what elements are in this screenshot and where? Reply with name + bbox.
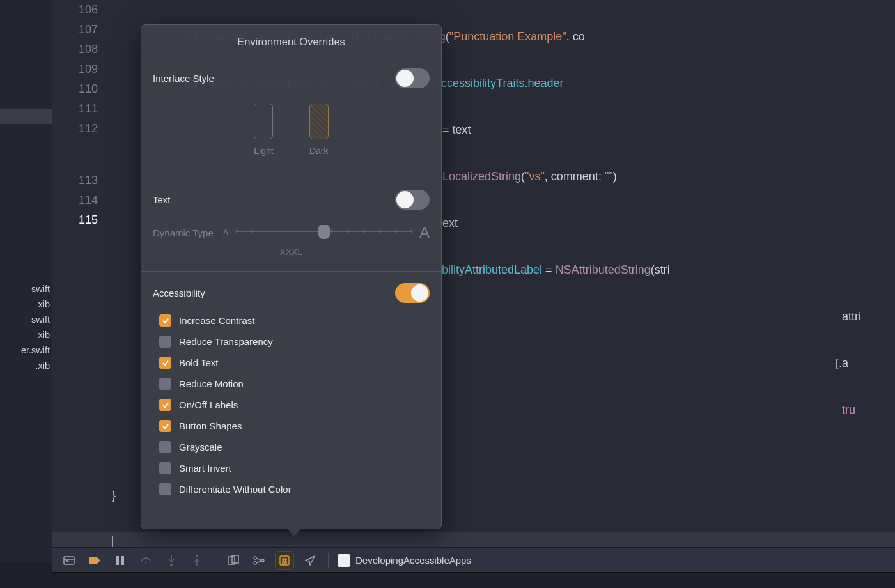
text-section: Text Dynamic Type A A XXXL [141, 178, 441, 272]
file-item[interactable]: swift [0, 312, 52, 327]
accessibility-section: Accessibility Increase ContrastReduce Tr… [141, 272, 441, 509]
interface-style-section: Interface Style Light Dark [141, 57, 441, 178]
option-label: Reduce Motion [179, 378, 244, 389]
accessibility-option[interactable]: Increase Contrast [159, 314, 430, 327]
small-text-icon: A [223, 228, 228, 237]
checkbox[interactable] [159, 336, 171, 348]
breakpoint-icon[interactable] [86, 552, 104, 569]
environment-overrides-popover: Environment Overrides Interface Style Li… [141, 24, 442, 529]
option-label: Button Shapes [179, 421, 242, 431]
svg-point-7 [254, 557, 256, 559]
file-list[interactable]: swift xib swift xib er.swift .xib [0, 281, 52, 373]
interface-style-toggle[interactable] [395, 68, 430, 88]
accessibility-option[interactable]: On/Off Labels [159, 399, 430, 411]
navigator-selection [0, 109, 52, 124]
view-debugger-icon[interactable] [224, 552, 242, 569]
checkbox[interactable] [159, 378, 171, 390]
checkbox[interactable] [159, 420, 171, 432]
text-toggle[interactable] [395, 190, 430, 210]
file-item[interactable]: .xib [0, 358, 52, 373]
debug-target-chip[interactable]: DevelopingAccessibleApps [338, 554, 471, 567]
svg-rect-0 [64, 557, 74, 564]
option-label: Differentiate Without Color [179, 484, 292, 495]
accessibility-toggle[interactable] [395, 283, 430, 303]
accessibility-option[interactable]: Reduce Transparency [159, 336, 430, 348]
option-label: Reduce Transparency [179, 336, 273, 347]
accessibility-option[interactable]: Bold Text [159, 357, 430, 369]
dynamic-type-slider[interactable] [236, 224, 412, 241]
popover-title: Environment Overrides [141, 25, 441, 57]
svg-point-3 [171, 564, 172, 565]
step-over-icon[interactable] [137, 552, 155, 569]
accessibility-option[interactable]: Button Shapes [159, 420, 430, 432]
slider-thumb[interactable] [318, 225, 330, 239]
checkbox[interactable] [159, 399, 171, 411]
dynamic-type-label: Dynamic Type [153, 228, 215, 238]
svg-point-12 [285, 558, 287, 560]
file-item[interactable]: xib [0, 297, 52, 312]
phone-light-icon [254, 104, 273, 139]
debug-bar: DevelopingAccessibleApps [52, 547, 895, 573]
text-label: Text [153, 194, 171, 205]
checkbox[interactable] [159, 483, 171, 495]
option-label: Bold Text [179, 357, 218, 368]
file-item[interactable]: swift [0, 281, 52, 297]
pause-icon[interactable] [111, 552, 129, 569]
svg-rect-10 [280, 556, 289, 565]
dynamic-type-value: XXXL [153, 247, 430, 257]
large-text-icon: A [419, 224, 430, 242]
location-icon[interactable] [301, 552, 319, 569]
project-navigator[interactable]: swift xib swift xib er.swift .xib [0, 0, 52, 562]
svg-point-11 [283, 558, 284, 560]
svg-rect-2 [121, 556, 124, 565]
accessibility-option[interactable]: Grayscale [159, 441, 430, 453]
app-icon [338, 554, 350, 567]
option-label: Grayscale [179, 442, 222, 453]
checkbox[interactable] [159, 462, 171, 474]
appearance-light-option[interactable]: Light [254, 104, 273, 156]
interface-style-label: Interface Style [153, 73, 214, 84]
svg-point-9 [261, 559, 264, 562]
environment-overrides-icon[interactable] [276, 552, 293, 569]
line-gutter: 106 107 108 109 110 111 112 113 114 115 [52, 0, 107, 230]
svg-rect-1 [116, 556, 119, 565]
step-into-icon[interactable] [162, 552, 180, 569]
checkbox[interactable] [159, 441, 171, 453]
console-drawer-icon[interactable] [60, 552, 78, 569]
accessibility-label: Accessibility [153, 288, 205, 298]
checkbox[interactable] [159, 314, 171, 327]
file-item[interactable]: xib [0, 327, 52, 343]
option-label: Smart Invert [179, 463, 231, 474]
accessibility-option[interactable]: Differentiate Without Color [159, 483, 430, 495]
accessibility-option[interactable]: Reduce Motion [159, 378, 430, 390]
svg-point-8 [254, 562, 256, 564]
checkbox[interactable] [159, 357, 171, 369]
appearance-dark-option[interactable]: Dark [309, 104, 329, 156]
file-item[interactable]: er.swift [0, 343, 52, 358]
accessibility-option[interactable]: Smart Invert [159, 462, 430, 474]
option-label: Increase Contrast [179, 315, 254, 326]
memory-graph-icon[interactable] [250, 552, 268, 569]
phone-dark-icon [309, 104, 329, 139]
option-label: On/Off Labels [179, 399, 238, 410]
svg-point-4 [196, 555, 198, 556]
step-out-icon[interactable] [188, 552, 206, 569]
